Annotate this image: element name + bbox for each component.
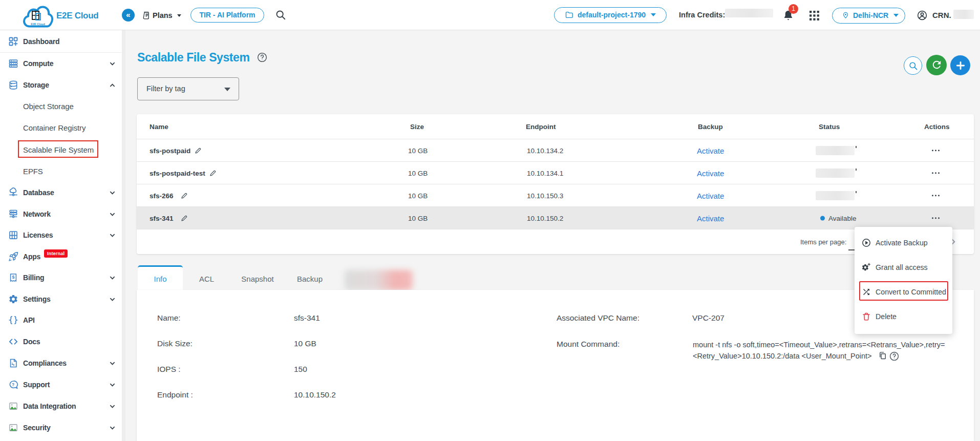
svg-text:?: ?: [12, 382, 14, 387]
svg-text:E2E Cloud: E2E Cloud: [31, 23, 45, 26]
svg-text:$: $: [12, 275, 15, 280]
